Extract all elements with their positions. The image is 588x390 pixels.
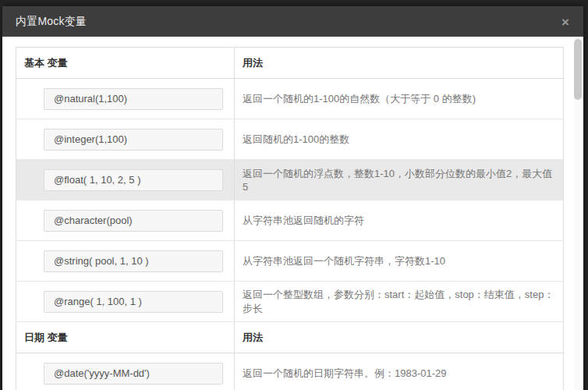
modal-body: 基本 变量用法返回一个随机的1-100的自然数（大于等于 0 的整数)返回随机的… [2,37,583,390]
usage-text: 返回一个随机的1-100的自然数（大于等于 0 的整数) [235,79,564,119]
variable-cell [16,119,235,160]
usage-text: 从字符串池返回一个随机字符串，字符数1-10 [235,241,564,282]
mock-variables-modal: 内置Mock变量 × 基本 变量用法返回一个随机的1-100的自然数（大于等于 … [2,6,583,390]
usage-text: 返回一个整型数组，参数分别：start：起始值，stop：结束值，step：步长 [235,282,564,322]
variable-cell [16,79,235,119]
mock-variable-input[interactable] [44,129,223,151]
variable-cell [16,241,235,282]
usage-text: 返回一个随机的日期字符串。例：1983-01-29 [235,353,564,390]
mock-variable-row[interactable]: 返回一个随机的浮点数，整数1-10，小数部分位数的最小值2，最大值5 [16,160,564,200]
mock-variable-row[interactable]: 从字符串池返回一个随机字符串，字符数1-10 [16,241,564,282]
usage-text: 返回一个随机的浮点数，整数1-10，小数部分位数的最小值2，最大值5 [235,160,564,200]
variable-cell [16,200,235,241]
mock-variable-row[interactable]: 返回随机的1-100的整数 [16,119,564,160]
page-background: { "modal": { "title": "内置Mock变量", "close… [0,0,588,390]
mock-variable-input[interactable] [44,88,223,110]
modal-header: 内置Mock变量 × [2,6,583,37]
section-usage-header: 用法 [235,48,564,79]
section-header-row: 基本 变量用法 [16,48,564,79]
usage-text: 从字符串池返回随机的字符 [235,200,564,241]
mock-table-body: 基本 变量用法返回一个随机的1-100的自然数（大于等于 0 的整数)返回随机的… [16,48,564,390]
mock-variable-row[interactable]: 返回一个随机的1-100的自然数（大于等于 0 的整数) [16,79,564,119]
section-variable-header: 基本 变量 [16,48,235,79]
section-header-row: 日期 变量用法 [16,322,564,353]
mock-variable-row[interactable]: 返回一个整型数组，参数分别：start：起始值，stop：结束值，step：步长 [16,282,564,322]
mock-variable-input[interactable] [44,250,223,272]
usage-text: 返回随机的1-100的整数 [235,119,564,160]
mock-variable-input[interactable] [44,169,223,191]
section-variable-header: 日期 变量 [16,322,235,353]
variable-cell [16,160,235,200]
mock-variable-row[interactable]: 返回一个随机的日期字符串。例：1983-01-29 [16,353,564,390]
variable-cell [16,353,235,390]
mock-variable-input[interactable] [44,291,223,313]
mock-variable-row[interactable]: 从字符串池返回随机的字符 [16,200,564,241]
scrollbar-thumb[interactable] [574,39,582,100]
mock-variables-table: 基本 变量用法返回一个随机的1-100的自然数（大于等于 0 的整数)返回随机的… [16,47,564,390]
variable-cell [16,282,235,322]
mock-variable-input[interactable] [44,363,223,385]
close-icon[interactable]: × [558,13,572,30]
section-usage-header: 用法 [235,322,564,353]
modal-title: 内置Mock变量 [16,15,87,29]
mock-variable-input[interactable] [44,210,223,232]
scrollbar-track[interactable] [574,37,582,390]
